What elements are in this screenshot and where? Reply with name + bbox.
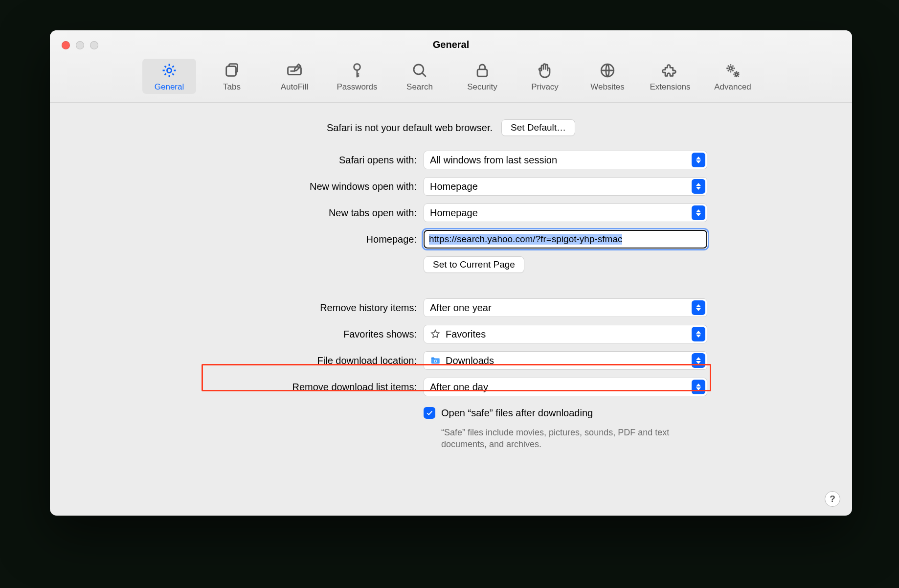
select-remove-downloads[interactable]: After one day (424, 378, 707, 396)
tab-label: Security (467, 82, 497, 92)
gears-icon (724, 62, 742, 79)
safe-files-description: “Safe” files include movies, pictures, s… (424, 427, 678, 451)
tabs-icon (223, 62, 241, 79)
label-opens-with: Safari opens with: (104, 155, 417, 166)
tab-label: Advanced (714, 82, 751, 92)
globe-icon (599, 62, 616, 79)
puzzle-icon (661, 62, 679, 79)
tab-label: Tabs (223, 82, 241, 92)
search-icon (411, 62, 428, 79)
label-homepage: Homepage: (104, 234, 417, 245)
folder-icon (430, 355, 441, 366)
select-value: All windows from last session (430, 155, 701, 166)
autofill-icon (286, 62, 303, 79)
chevron-updown-icon (692, 380, 705, 394)
set-current-page-button[interactable]: Set to Current Page (424, 256, 524, 273)
lock-icon (473, 62, 491, 79)
tab-search[interactable]: Search (393, 59, 447, 94)
tab-privacy[interactable]: Privacy (518, 59, 572, 94)
tab-label: Passwords (337, 82, 377, 92)
label-favorites: Favorites shows: (104, 329, 417, 340)
tab-label: General (155, 82, 184, 92)
default-browser-text: Safari is not your default web browser. (327, 122, 493, 134)
svg-point-0 (167, 68, 171, 72)
tab-extensions[interactable]: Extensions (643, 59, 697, 94)
preferences-window: General General Tabs (50, 30, 852, 516)
hand-icon (536, 62, 554, 79)
tab-label: AutoFill (281, 82, 309, 92)
chevron-updown-icon (692, 300, 705, 315)
gear-icon (160, 62, 178, 79)
open-safe-checkbox[interactable] (424, 407, 435, 419)
svg-point-7 (729, 67, 732, 70)
select-value: Homepage (430, 181, 701, 192)
tab-tabs[interactable]: Tabs (205, 59, 259, 94)
star-icon (430, 329, 441, 339)
default-browser-row: Safari is not your default web browser. … (50, 119, 852, 136)
toolbar: General Tabs AutoFill (50, 59, 852, 101)
label-download-location: File download location: (104, 355, 417, 366)
tab-general[interactable]: General (142, 59, 196, 94)
tab-security[interactable]: Security (455, 59, 509, 94)
tab-label: Search (406, 82, 433, 92)
tab-websites[interactable]: Websites (581, 59, 634, 94)
chevron-updown-icon (692, 153, 705, 167)
select-download-location[interactable]: Downloads (424, 351, 707, 370)
svg-point-8 (735, 73, 738, 75)
chevron-updown-icon (692, 179, 705, 194)
svg-rect-1 (226, 67, 236, 76)
tab-passwords[interactable]: Passwords (330, 59, 384, 94)
select-value: After one year (430, 302, 701, 314)
select-value: After one day (430, 382, 701, 393)
content-area: Safari is not your default web browser. … (50, 103, 852, 516)
select-value: Homepage (430, 207, 701, 219)
homepage-field[interactable] (424, 230, 707, 249)
select-remove-history[interactable]: After one year (424, 298, 707, 317)
svg-point-3 (354, 64, 360, 70)
select-new-windows[interactable]: Homepage (424, 177, 707, 196)
chevron-updown-icon (692, 327, 705, 341)
label-new-tabs: New tabs open with: (104, 207, 417, 219)
svg-rect-5 (477, 69, 487, 76)
tab-label: Websites (590, 82, 625, 92)
select-value: Downloads (446, 355, 494, 366)
tab-advanced[interactable]: Advanced (706, 59, 760, 94)
open-safe-label: Open “safe” files after downloading (441, 407, 593, 419)
label-new-windows: New windows open with: (104, 181, 417, 192)
label-remove-downloads: Remove download list items: (104, 382, 417, 393)
label-remove-history: Remove history items: (104, 302, 417, 314)
set-default-button[interactable]: Set Default… (501, 119, 575, 136)
select-new-tabs[interactable]: Homepage (424, 204, 707, 222)
chevron-updown-icon (692, 353, 705, 368)
select-favorites[interactable]: Favorites (424, 325, 707, 343)
svg-point-4 (414, 65, 424, 74)
titlebar: General General Tabs (50, 30, 852, 103)
tab-autofill[interactable]: AutoFill (268, 59, 321, 94)
help-button[interactable]: ? (825, 491, 840, 507)
window-title: General (50, 39, 852, 50)
key-icon (348, 62, 366, 79)
tab-label: Privacy (531, 82, 559, 92)
chevron-updown-icon (692, 205, 705, 220)
select-value: Favorites (446, 329, 486, 340)
tab-label: Extensions (650, 82, 690, 92)
select-opens-with[interactable]: All windows from last session (424, 151, 707, 169)
